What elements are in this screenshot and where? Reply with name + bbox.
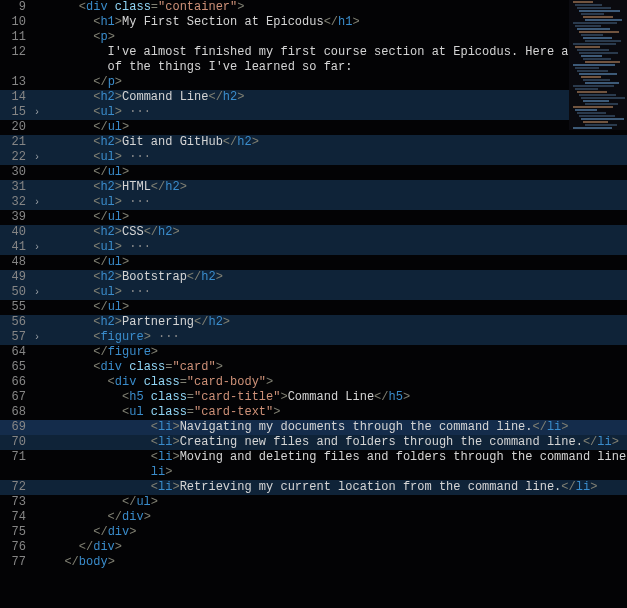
code-line[interactable]: 13 </p> bbox=[0, 75, 627, 90]
code-content[interactable]: <ul> ··· bbox=[48, 240, 151, 255]
code-content[interactable]: </div> bbox=[48, 525, 136, 540]
code-line[interactable]: 77 </body> bbox=[0, 555, 627, 570]
code-line[interactable]: 57› <figure> ··· bbox=[0, 330, 627, 345]
code-line[interactable]: 56 <h2>Partnering</h2> bbox=[0, 315, 627, 330]
token-tg: ul bbox=[100, 195, 114, 209]
code-line[interactable]: 68 <ul class="card-text"> bbox=[0, 405, 627, 420]
code-content[interactable]: <ul> ··· bbox=[48, 195, 151, 210]
code-content[interactable]: <li>Retrieving my current location from … bbox=[48, 480, 597, 495]
code-line[interactable]: 74 </div> bbox=[0, 510, 627, 525]
fold-chevron-icon[interactable]: › bbox=[30, 105, 44, 120]
line-number: 74 bbox=[0, 510, 30, 525]
code-line[interactable]: 70 <li>Creating new files and folders th… bbox=[0, 435, 627, 450]
code-content[interactable]: <li>Creating new files and folders throu… bbox=[48, 435, 619, 450]
code-line[interactable]: 67 <h5 class="card-title">Command Line</… bbox=[0, 390, 627, 405]
code-content[interactable]: <ul class="card-text"> bbox=[48, 405, 280, 420]
code-content[interactable]: </p> bbox=[48, 75, 122, 90]
code-content[interactable]: <h2>Bootstrap</h2> bbox=[48, 270, 223, 285]
code-line[interactable]: 72 <li>Retrieving my current location fr… bbox=[0, 480, 627, 495]
code-line[interactable]: 75 </div> bbox=[0, 525, 627, 540]
code-line[interactable]: 22› <ul> ··· bbox=[0, 150, 627, 165]
code-content[interactable]: <ul> ··· bbox=[48, 285, 151, 300]
code-line[interactable]: of the things I've learned so far: bbox=[0, 60, 627, 75]
code-content[interactable]: </ul> bbox=[48, 120, 129, 135]
code-content[interactable]: </ul> bbox=[48, 165, 129, 180]
code-line[interactable]: li> bbox=[0, 465, 627, 480]
fold-chevron-icon[interactable]: › bbox=[30, 285, 44, 300]
token-pb: > bbox=[180, 180, 187, 194]
code-content[interactable]: </ul> bbox=[48, 255, 129, 270]
code-content[interactable]: <h2>Command Line</h2> bbox=[48, 90, 244, 105]
code-content[interactable]: <li>Navigating my documents through the … bbox=[48, 420, 569, 435]
code-line[interactable]: 71 <li>Moving and deleting files and fol… bbox=[0, 450, 627, 465]
code-content[interactable]: </ul> bbox=[48, 210, 129, 225]
code-line[interactable]: 31 <h2>HTML</h2> bbox=[0, 180, 627, 195]
code-content[interactable]: of the things I've learned so far: bbox=[48, 60, 352, 75]
code-content[interactable]: <ul> ··· bbox=[48, 105, 151, 120]
code-line[interactable]: 15› <ul> ··· bbox=[0, 105, 627, 120]
minimap[interactable] bbox=[569, 0, 627, 130]
code-content[interactable]: <p> bbox=[48, 30, 115, 45]
code-content[interactable]: <h2>Git and GitHub</h2> bbox=[48, 135, 259, 150]
code-line[interactable]: 69 <li>Navigating my documents through t… bbox=[0, 420, 627, 435]
code-content[interactable]: </div> bbox=[48, 510, 151, 525]
code-line[interactable]: 50› <ul> ··· bbox=[0, 285, 627, 300]
line-number: 73 bbox=[0, 495, 30, 510]
fold-chevron-icon[interactable]: › bbox=[30, 330, 44, 345]
code-line[interactable]: 73 </ul> bbox=[0, 495, 627, 510]
code-content[interactable]: <h1>My First Section at Epicodus</h1> bbox=[48, 15, 360, 30]
code-line[interactable]: 40 <h2>CSS</h2> bbox=[0, 225, 627, 240]
code-content[interactable]: <figure> ··· bbox=[48, 330, 180, 345]
code-content[interactable]: <ul> ··· bbox=[48, 150, 151, 165]
code-line[interactable]: 21 <h2>Git and GitHub</h2> bbox=[0, 135, 627, 150]
code-line[interactable]: 32› <ul> ··· bbox=[0, 195, 627, 210]
token-tx: Partnering bbox=[122, 315, 194, 329]
minimap-line bbox=[581, 97, 625, 99]
code-content[interactable]: <h2>CSS</h2> bbox=[48, 225, 180, 240]
code-content[interactable]: <h2>Partnering</h2> bbox=[48, 315, 230, 330]
code-content[interactable]: <h2>HTML</h2> bbox=[48, 180, 187, 195]
fold-chevron-icon[interactable]: › bbox=[30, 150, 44, 165]
minimap-line bbox=[577, 91, 607, 93]
code-line[interactable]: 48 </ul> bbox=[0, 255, 627, 270]
code-line[interactable]: 49 <h2>Bootstrap</h2> bbox=[0, 270, 627, 285]
code-content[interactable]: I've almost finished my first course sec… bbox=[48, 45, 619, 60]
minimap-line bbox=[577, 49, 609, 51]
code-content[interactable]: <li>Moving and deleting files and folder… bbox=[48, 450, 627, 465]
code-line[interactable]: 39 </ul> bbox=[0, 210, 627, 225]
line-number: 41 bbox=[0, 240, 30, 255]
token-pb: > bbox=[223, 315, 230, 329]
token-tx: Navigating my documents through the comm… bbox=[180, 420, 533, 434]
fold-chevron-icon[interactable]: › bbox=[30, 195, 44, 210]
code-line[interactable]: 41› <ul> ··· bbox=[0, 240, 627, 255]
code-content[interactable]: </ul> bbox=[48, 495, 158, 510]
code-line[interactable]: 55 </ul> bbox=[0, 300, 627, 315]
code-content[interactable]: </ul> bbox=[48, 300, 129, 315]
fold-chevron-icon[interactable]: › bbox=[30, 240, 44, 255]
code-line[interactable]: 30 </ul> bbox=[0, 165, 627, 180]
code-content[interactable]: <h5 class="card-title">Command Line</h5> bbox=[48, 390, 410, 405]
code-content[interactable]: </div> bbox=[48, 540, 122, 555]
code-line[interactable]: 76 </div> bbox=[0, 540, 627, 555]
code-line[interactable]: 20 </ul> bbox=[0, 120, 627, 135]
token-pb: > bbox=[115, 135, 122, 149]
code-line[interactable]: 11 <p> bbox=[0, 30, 627, 45]
line-number: 66 bbox=[0, 375, 30, 390]
token-tg: ul bbox=[108, 165, 122, 179]
code-content[interactable]: <div class="card"> bbox=[48, 360, 223, 375]
code-line[interactable]: 12 I've almost finished my first course … bbox=[0, 45, 627, 60]
code-line[interactable]: 10 <h1>My First Section at Epicodus</h1> bbox=[0, 15, 627, 30]
code-content[interactable]: </body> bbox=[48, 555, 115, 570]
code-line[interactable]: 14 <h2>Command Line</h2> bbox=[0, 90, 627, 105]
code-content[interactable]: <div class="card-body"> bbox=[48, 375, 273, 390]
code-content[interactable]: <div class="container"> bbox=[48, 0, 244, 15]
code-content[interactable]: li> bbox=[48, 465, 172, 480]
code-line[interactable]: 64 </figure> bbox=[0, 345, 627, 360]
code-line[interactable]: 9 <div class="container"> bbox=[0, 0, 627, 15]
token-pb: > bbox=[115, 240, 122, 254]
code-line[interactable]: 65 <div class="card"> bbox=[0, 360, 627, 375]
code-editor[interactable]: 9 <div class="container">10 <h1>My First… bbox=[0, 0, 627, 570]
code-content[interactable]: </figure> bbox=[48, 345, 158, 360]
token-pb: > bbox=[115, 225, 122, 239]
code-line[interactable]: 66 <div class="card-body"> bbox=[0, 375, 627, 390]
